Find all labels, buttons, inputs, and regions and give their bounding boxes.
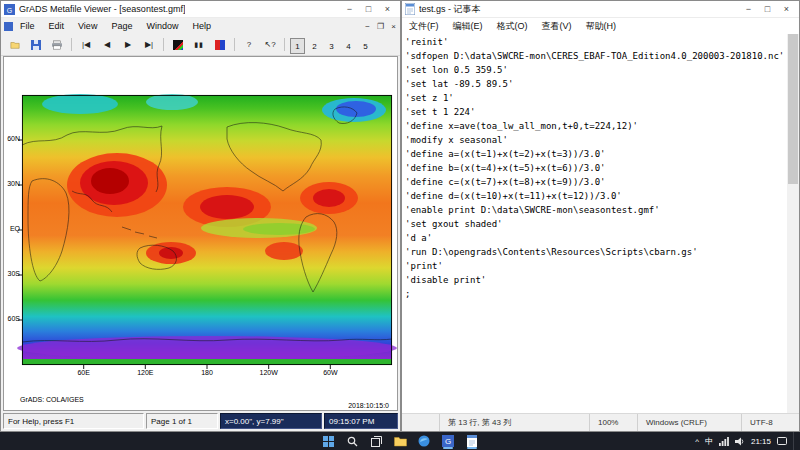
notepad-app-icon (405, 3, 415, 15)
page-button-4[interactable]: 4 (341, 38, 356, 54)
notepad-text-editor[interactable]: 'reinit''sdfopen D:\data\SWCRE-mon\CERES… (402, 34, 787, 413)
search-button[interactable] (341, 432, 363, 450)
lat-tick-label: 60N (5, 135, 20, 142)
page-button-5[interactable]: 5 (358, 38, 373, 54)
grads-menu-items: FileEditViewPageWindowHelp (13, 18, 218, 34)
printer-icon (52, 40, 62, 50)
notepad-menu-3[interactable]: 查看(V) (535, 18, 579, 34)
lon-tick-label: 180 (201, 369, 213, 376)
mdi-minimize-button[interactable]: − (361, 22, 374, 31)
page-button-2[interactable]: 2 (307, 38, 322, 54)
notepad-titlebar[interactable]: test.gs - 记事本 − □ × (402, 1, 799, 18)
open-button[interactable] (5, 35, 25, 54)
lon-tick-label: 60W (323, 369, 337, 376)
color-mode-button[interactable] (210, 35, 230, 54)
grads-taskbar-button[interactable]: G (437, 432, 459, 450)
minimize-button[interactable]: − (340, 2, 359, 17)
grads-menu-file[interactable]: File (13, 18, 42, 34)
help-button[interactable]: ? (239, 35, 259, 54)
task-view-icon (371, 436, 382, 447)
grads-app-icon: G (4, 4, 15, 15)
grads-menu-window[interactable]: Window (139, 18, 185, 34)
status-cursor-coords: x=0.00", y=7.99" (220, 413, 322, 429)
script-line: 'run D:\opengrads\Contents\Resources\Scr… (405, 245, 784, 259)
notepad-window: test.gs - 记事本 − □ × 文件(F)编辑(E)格式(O)查看(V)… (401, 0, 800, 432)
close-button[interactable]: × (378, 2, 397, 17)
tray-overflow-chevron[interactable]: ^ (695, 437, 699, 446)
page-button-1[interactable]: 1 (290, 38, 305, 54)
first-page-button[interactable]: |◀ (76, 35, 96, 54)
vertical-scrollbar[interactable] (787, 34, 799, 413)
windows-logo-icon (323, 436, 334, 447)
svg-text:G: G (7, 6, 12, 13)
ime-indicator[interactable]: 中 (705, 436, 713, 447)
notepad-taskbar-icon (467, 435, 477, 447)
script-line: 'disable print' (405, 273, 784, 287)
script-line: 'define d=(x(t=10)+x(t=11)+x(t=12))/3.0' (405, 189, 784, 203)
grads-menu-page[interactable]: Page (104, 18, 139, 34)
grads-titlebar[interactable]: G GrADS Metafile Viewer - [seasontest.gm… (1, 1, 400, 18)
notepad-menubar: 文件(F)编辑(E)格式(O)查看(V)帮助(H) (402, 18, 799, 35)
script-line: 'enable print D:\data\SWCRE-mon\seasonte… (405, 203, 784, 217)
start-button[interactable] (317, 432, 339, 450)
prev-page-button[interactable]: ◀ (97, 35, 117, 54)
notepad-menu-1[interactable]: 编辑(E) (446, 18, 490, 34)
lon-tick-label: 120W (260, 369, 278, 376)
maximize-button[interactable]: □ (359, 2, 378, 17)
grads-credit-label: GrADS: COLA/IGES (20, 396, 84, 403)
frame-mode-button[interactable]: ▮▮ (189, 35, 209, 54)
close-button[interactable]: × (777, 2, 796, 17)
window-title: test.gs - 记事本 (419, 3, 481, 16)
taskbar: G ^ 中 21:15 (0, 432, 800, 450)
last-page-button[interactable]: ▶| (139, 35, 159, 54)
notepad-menu-4[interactable]: 帮助(H) (579, 18, 624, 34)
show-desktop-button[interactable] (793, 432, 797, 450)
grads-taskbar-icon: G (442, 435, 454, 447)
script-line: 'd a' (405, 231, 784, 245)
zoom-level-indicator: 100% (589, 414, 637, 431)
page-button-3[interactable]: 3 (324, 38, 339, 54)
status-clock: 09:15:07 PM (324, 413, 398, 429)
mdi-restore-button[interactable]: ❐ (374, 22, 387, 31)
next-page-button[interactable]: ▶ (118, 35, 138, 54)
svg-text:G: G (445, 437, 451, 446)
mdi-child-controls: − ❐ × (361, 22, 400, 31)
open-folder-icon (10, 40, 20, 50)
notepad-statusbar: 第 13 行, 第 43 列 100% Windows (CRLF) UTF-8 (402, 413, 799, 431)
edge-browser-icon[interactable] (413, 432, 435, 450)
lon-tick-label: 120E (137, 369, 153, 376)
grads-menu-help[interactable]: Help (185, 18, 218, 34)
context-help-button[interactable]: ↖? (260, 35, 280, 54)
maximize-button[interactable]: □ (758, 2, 777, 17)
notepad-menu-0[interactable]: 文件(F) (402, 18, 446, 34)
grads-menu-view[interactable]: View (71, 18, 104, 34)
grads-menu-edit[interactable]: Edit (42, 18, 72, 34)
plot-canvas: GrADS: COLA/IGES 2018:10:15:0 60N30NEQ30… (3, 56, 398, 411)
clock[interactable]: 21:15 (751, 437, 771, 446)
file-explorer-icon[interactable] (389, 432, 411, 450)
mdi-child-icon[interactable] (4, 22, 13, 31)
grads-statusbar: For Help, press F1 Page 1 of 1 x=0.00", … (1, 411, 400, 431)
network-icon[interactable] (719, 437, 729, 446)
browser-icon (418, 435, 430, 447)
notepad-menu-2[interactable]: 格式(O) (490, 18, 535, 34)
save-button[interactable] (26, 35, 46, 54)
toolbar-separator (284, 38, 285, 51)
toolbar-separator (234, 38, 235, 51)
mdi-close-button[interactable]: × (387, 22, 400, 31)
lat-tick-label: 30S (5, 270, 20, 277)
bw-display-button[interactable] (168, 35, 188, 54)
volume-icon[interactable] (735, 437, 745, 446)
minimize-button[interactable]: − (739, 2, 758, 17)
script-line: 'modify x seasonal' (405, 133, 784, 147)
script-line: 'define a=(x(t=1)+x(t=2)+x(t=3))/3.0' (405, 147, 784, 161)
scrollbar-thumb[interactable] (788, 34, 798, 184)
script-line: 'reinit' (405, 35, 784, 49)
notification-center-icon[interactable] (777, 436, 787, 446)
notepad-taskbar-button[interactable] (461, 432, 483, 450)
page-number-buttons: 12345 (289, 35, 374, 55)
script-line: 'set z 1' (405, 91, 784, 105)
search-icon (347, 436, 358, 447)
task-view-button[interactable] (365, 432, 387, 450)
print-button[interactable] (47, 35, 67, 54)
